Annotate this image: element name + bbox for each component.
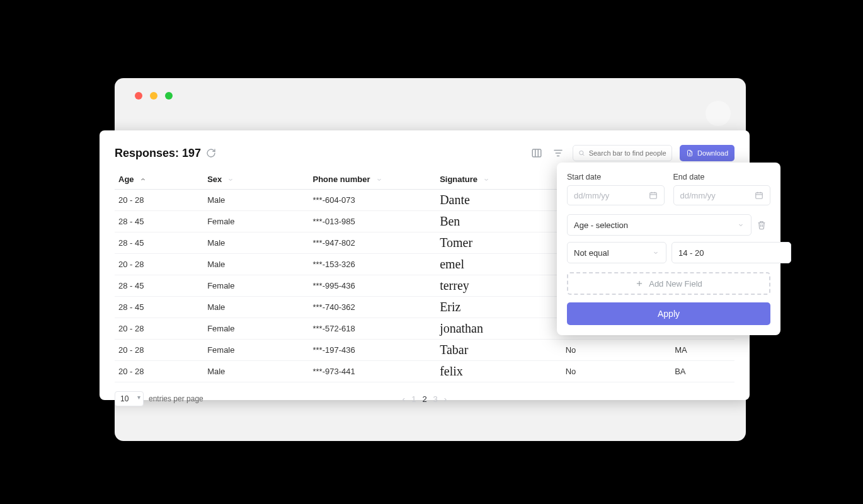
download-icon: [686, 149, 694, 157]
th-signature[interactable]: Signature: [436, 169, 562, 190]
cell-age: 28 - 45: [115, 275, 203, 297]
table-row[interactable]: 20 - 28Female***-197-436TabarNoMA: [115, 340, 734, 361]
pager-next[interactable]: ›: [444, 394, 447, 404]
title-area: Responses: 197: [115, 147, 216, 160]
cell-phone: ***-740-362: [309, 297, 437, 318]
cell-phone: ***-013-985: [309, 211, 437, 232]
search-input-container[interactable]: [573, 145, 672, 161]
start-date-input[interactable]: [574, 191, 649, 200]
calendar-icon[interactable]: [649, 191, 658, 200]
cell-signature: Tabar: [436, 340, 562, 361]
filter-field-select[interactable]: Age - selection: [567, 214, 752, 236]
th-age-label: Age: [118, 175, 134, 184]
cell-phone: ***-995-436: [309, 275, 437, 297]
cell-phone: ***-572-618: [309, 318, 437, 340]
cell-age: 28 - 45: [115, 232, 203, 254]
cell-age: 20 - 28: [115, 361, 203, 382]
cell-signature: emel: [436, 254, 562, 275]
cell-signature: jonathan: [436, 318, 562, 340]
filter-value-input[interactable]: [672, 242, 791, 263]
cell-age: 28 - 45: [115, 211, 203, 232]
window-traffic-lights: [135, 92, 173, 100]
filter-operator-select[interactable]: Not equal: [567, 242, 666, 263]
cell-sex: Female: [203, 275, 309, 297]
chevron-down-icon: [737, 221, 745, 229]
svg-rect-8: [649, 193, 656, 198]
pager-page-2[interactable]: 2: [422, 394, 426, 404]
pager-page-3[interactable]: 3: [433, 394, 438, 404]
start-date-col: Start date: [567, 173, 665, 205]
minimize-dot[interactable]: [150, 92, 157, 100]
end-date-input-wrap[interactable]: [673, 185, 771, 205]
svg-point-6: [580, 151, 583, 154]
filter-popover: Start date End date Age - selection: [557, 163, 780, 335]
cell-sex: Male: [203, 232, 309, 254]
th-sex[interactable]: Sex: [203, 169, 309, 190]
cell-signature: Eriz: [436, 297, 562, 318]
per-page-label: entries per page: [149, 394, 203, 403]
apply-label: Apply: [658, 309, 680, 319]
cell-age: 20 - 28: [115, 340, 203, 361]
filter-field-row: Age - selection: [567, 214, 770, 236]
filter-icon[interactable]: [551, 146, 565, 160]
columns-icon[interactable]: [530, 146, 544, 160]
browser-avatar: [706, 101, 731, 126]
per-page-select[interactable]: 10: [115, 391, 144, 406]
filter-operator-value: Not equal: [574, 248, 609, 258]
cell-driver: No: [562, 340, 671, 361]
cell-age: 20 - 28: [115, 190, 203, 211]
pagination: ‹ 1 2 3 ›: [403, 394, 447, 404]
title-prefix: Responses:: [115, 147, 179, 159]
th-age[interactable]: Age: [115, 169, 203, 190]
title-count: 197: [182, 147, 201, 159]
cell-phone: ***-947-802: [309, 232, 437, 254]
filter-field-value: Age - selection: [574, 220, 628, 230]
cell-sex: Male: [203, 297, 309, 318]
table-row[interactable]: 20 - 28Male***-973-441felixNoBA: [115, 361, 734, 382]
search-input[interactable]: [589, 149, 666, 157]
filter-condition-row: Not equal: [567, 242, 770, 263]
cell-phone: ***-604-073: [309, 190, 437, 211]
date-range-row: Start date End date: [567, 173, 770, 205]
add-field-button[interactable]: Add New Field: [567, 272, 770, 295]
cell-signature: Dante: [436, 190, 562, 211]
cell-degree: MA: [671, 340, 734, 361]
chevron-down-icon: [652, 249, 660, 256]
cell-signature: felix: [436, 361, 562, 382]
chevron-down-icon: [483, 176, 490, 183]
cell-sex: Male: [203, 254, 309, 275]
calendar-icon[interactable]: [755, 191, 763, 200]
th-signature-label: Signature: [440, 175, 477, 184]
maximize-dot[interactable]: [165, 92, 173, 100]
chevron-down-icon: [227, 176, 234, 183]
th-phone[interactable]: Phone number: [309, 169, 437, 190]
cell-signature: Ben: [436, 211, 562, 232]
cell-sex: Male: [203, 190, 309, 211]
cell-degree: BA: [671, 361, 734, 382]
cell-age: 20 - 28: [115, 254, 203, 275]
pager-prev[interactable]: ‹: [403, 394, 405, 404]
svg-rect-12: [756, 193, 763, 198]
cell-signature: Tomer: [436, 232, 562, 254]
cell-phone: ***-973-441: [309, 361, 437, 382]
table-footer: 10 ▾ entries per page ‹ 1 2 3 ›: [115, 391, 734, 406]
trash-icon[interactable]: [757, 220, 770, 230]
chevron-down-icon: [375, 176, 383, 183]
cell-signature: terrey: [436, 275, 562, 297]
start-date-input-wrap[interactable]: [567, 185, 665, 205]
pager-page-1[interactable]: 1: [411, 394, 416, 404]
panel-header: Responses: 197 Download: [115, 144, 734, 162]
download-label: Download: [697, 149, 728, 157]
cell-phone: ***-197-436: [309, 340, 437, 361]
end-date-col: End date: [673, 173, 771, 205]
refresh-icon[interactable]: [206, 148, 216, 158]
svg-line-7: [583, 154, 584, 156]
end-date-label: End date: [673, 173, 771, 181]
end-date-input[interactable]: [680, 191, 755, 200]
search-icon: [578, 149, 585, 157]
cell-driver: No: [562, 361, 671, 382]
close-dot[interactable]: [135, 92, 142, 100]
apply-button[interactable]: Apply: [567, 302, 770, 325]
download-button[interactable]: Download: [680, 145, 734, 161]
start-date-label: Start date: [567, 173, 665, 181]
